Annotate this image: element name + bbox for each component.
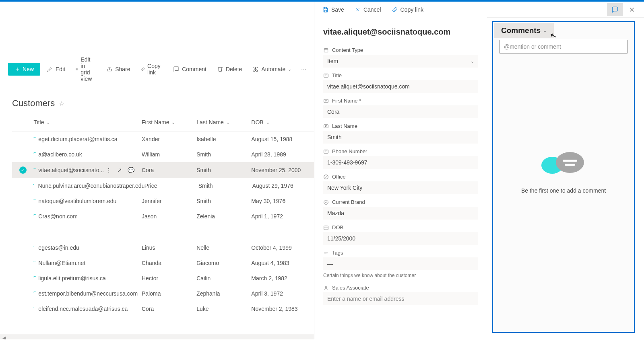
toggle-comments-button[interactable] bbox=[607, 3, 623, 16]
content-type-select[interactable]: Item ⌄ bbox=[323, 55, 478, 68]
col-first-name[interactable]: First Name⌄ bbox=[142, 119, 196, 125]
comment-button[interactable]: Comment bbox=[169, 64, 211, 75]
table-row[interactable]: ⌐Cras@non.comJasonZeleniaApril 1, 1972 bbox=[12, 209, 314, 224]
first-name-label: First Name * bbox=[323, 98, 478, 104]
table-row[interactable]: ⌐natoque@vestibulumlorem.eduJenniferSmit… bbox=[12, 193, 314, 209]
cell-first-name: Jason bbox=[142, 213, 196, 220]
edit-button[interactable]: Edit bbox=[43, 64, 69, 75]
horizontal-scrollbar[interactable]: ◀ bbox=[0, 334, 314, 339]
comments-empty-icon bbox=[541, 151, 586, 175]
cell-title: Nunc.pulvinar.arcu@conubianostraper.edu bbox=[38, 183, 145, 189]
cell-last-name: Giacomo bbox=[196, 260, 251, 266]
list-toolbar: New Edit Edit in grid view Share Copy li… bbox=[0, 50, 314, 88]
delete-button[interactable]: Delete bbox=[213, 64, 246, 75]
link-badge-icon: ⌐ bbox=[34, 274, 36, 279]
chevron-down-icon: ⌄ bbox=[266, 120, 270, 125]
comment-input[interactable]: @mention or comment bbox=[500, 40, 627, 53]
dob-field[interactable]: 11/25/2000 bbox=[323, 232, 478, 245]
grid-icon bbox=[76, 66, 78, 72]
last-name-field[interactable]: Smith bbox=[323, 131, 478, 144]
link-badge-icon: ⌐ bbox=[34, 305, 36, 309]
svg-rect-1 bbox=[324, 74, 328, 77]
save-button[interactable]: Save bbox=[318, 5, 348, 14]
svg-point-8 bbox=[325, 286, 327, 288]
link-badge-icon: ⌐ bbox=[34, 150, 36, 155]
svg-rect-4 bbox=[324, 150, 328, 153]
table-row[interactable]: ⌐eleifend.nec.malesuada@atrisus.caCoraLu… bbox=[12, 301, 314, 316]
svg-point-6 bbox=[324, 200, 328, 204]
cell-first-name: Paloma bbox=[142, 290, 196, 297]
cell-dob: August 4, 1983 bbox=[251, 260, 314, 266]
row-more-icon[interactable]: ⋮ bbox=[106, 167, 111, 173]
detail-right-toolbar bbox=[487, 2, 644, 18]
table-row[interactable]: ⌐eget.dictum.placerat@mattis.caXanderIsa… bbox=[12, 131, 314, 147]
table-row[interactable]: ✓⌐vitae.aliquet@sociisnato...⋮↗💬CoraSmit… bbox=[12, 162, 314, 178]
first-name-field[interactable]: Cora bbox=[323, 105, 478, 118]
selected-check-icon[interactable]: ✓ bbox=[19, 166, 27, 174]
text-icon bbox=[323, 123, 329, 129]
table-row[interactable]: ⌐Nullam@Etiam.netChandaGiacomoAugust 4, … bbox=[12, 255, 314, 271]
table-row[interactable]: ⌐Nunc.pulvinar.arcu@conubianostraper.edu… bbox=[12, 178, 314, 193]
cell-first-name: Linus bbox=[142, 244, 196, 251]
col-title[interactable]: Title⌄ bbox=[34, 119, 142, 125]
link-badge-icon: ⌐ bbox=[34, 244, 36, 248]
person-icon bbox=[323, 285, 329, 291]
cell-title: Cras@non.com bbox=[38, 213, 77, 220]
chat-icon bbox=[611, 6, 619, 13]
cell-last-name: Zelenia bbox=[196, 213, 251, 220]
chevron-down-icon: ⌄ bbox=[226, 120, 230, 125]
grid-view-button[interactable]: Edit in grid view bbox=[72, 54, 100, 84]
cell-dob: March 2, 1982 bbox=[251, 275, 314, 281]
chevron-down-icon: ⌄ bbox=[471, 59, 474, 64]
cell-last-name: Nelle bbox=[196, 244, 251, 251]
tags-icon bbox=[323, 250, 329, 256]
row-comment-icon[interactable]: 💬 bbox=[128, 167, 134, 173]
more-button[interactable]: ⋯ bbox=[298, 64, 310, 74]
col-last-name[interactable]: Last Name⌄ bbox=[196, 119, 251, 125]
title-field[interactable]: vitae.aliquet@sociisnatoque.com bbox=[323, 80, 478, 93]
cancel-button[interactable]: Cancel bbox=[351, 5, 385, 14]
link-icon bbox=[141, 66, 145, 72]
col-dob[interactable]: DOB⌄ bbox=[251, 119, 314, 125]
new-button[interactable]: New bbox=[8, 63, 40, 76]
close-panel-button[interactable] bbox=[624, 3, 640, 16]
comments-header[interactable]: Comments ⌄ ↖ bbox=[494, 23, 554, 38]
copy-link-button[interactable]: Copy link bbox=[137, 60, 167, 78]
cell-dob: August 15, 1988 bbox=[251, 136, 314, 142]
share-button[interactable]: Share bbox=[102, 64, 134, 75]
favorite-star-icon[interactable]: ☆ bbox=[59, 100, 64, 107]
chevron-down-icon: ⌄ bbox=[543, 28, 547, 33]
cell-last-name: Smith bbox=[196, 198, 251, 204]
table-row[interactable]: ⌐est.tempor.bibendum@neccursusa.comPalom… bbox=[12, 286, 314, 301]
phone-field[interactable]: 1-309-493-9697 bbox=[323, 156, 478, 169]
table-row[interactable]: ⌐a@aclibero.co.ukWilliamSmithApril 28, 1… bbox=[12, 147, 314, 162]
save-icon bbox=[322, 6, 329, 13]
copy-link-button-detail[interactable]: Copy link bbox=[388, 5, 428, 14]
cell-last-name: Zephania bbox=[196, 290, 251, 297]
row-share-icon[interactable]: ↗ bbox=[117, 167, 122, 173]
link-badge-icon: ⌐ bbox=[34, 259, 36, 263]
link-badge-icon: ⌐ bbox=[33, 182, 36, 186]
cell-first-name: Jennifer bbox=[142, 198, 196, 204]
table-row[interactable]: ⌐egestas@in.eduLinusNelleOctober 4, 1999 bbox=[12, 240, 314, 255]
cell-last-name: Luke bbox=[196, 306, 251, 312]
automate-button[interactable]: Automate ⌄ bbox=[248, 64, 295, 75]
content-type-label: Content Type bbox=[323, 47, 478, 53]
text-icon bbox=[323, 73, 329, 78]
link-icon bbox=[392, 6, 398, 13]
cell-dob: October 4, 1999 bbox=[251, 244, 314, 251]
cell-dob: April 28, 1989 bbox=[251, 151, 314, 158]
detail-title: vitae.aliquet@sociisnatoque.com bbox=[323, 27, 478, 37]
brand-label: Current Brand bbox=[323, 199, 478, 205]
scroll-left-icon[interactable]: ◀ bbox=[0, 335, 8, 339]
svg-rect-3 bbox=[324, 124, 328, 127]
cell-last-name: Smith bbox=[198, 183, 252, 189]
tags-field[interactable]: — bbox=[323, 257, 478, 270]
flow-icon bbox=[252, 66, 259, 72]
office-field[interactable]: New York City bbox=[323, 181, 478, 194]
brand-field[interactable]: Mazda bbox=[323, 207, 478, 220]
table-row[interactable]: ⌐ligula.elit.pretium@risus.caHectorCaili… bbox=[12, 271, 314, 286]
cursor-icon: ↖ bbox=[549, 30, 557, 40]
sales-associate-field[interactable]: Enter a name or email address bbox=[323, 292, 478, 305]
cell-first-name: Chanda bbox=[142, 260, 196, 266]
